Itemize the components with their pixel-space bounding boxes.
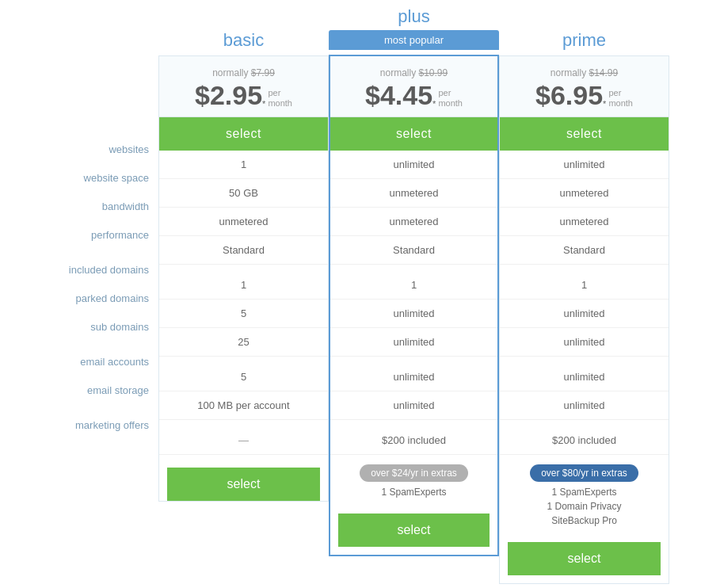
plus-select-bottom-button[interactable]: select <box>338 514 490 547</box>
prime-original-price: $14.99 <box>589 67 619 78</box>
prime-extras-item-0: 1 SpamExperts <box>508 485 661 499</box>
plus-performance: Standard <box>330 236 497 265</box>
prime-pricing-section: normally $14.99 $6.95* permonth <box>500 56 669 117</box>
basic-included-domains: 1 <box>159 271 328 300</box>
basic-asterisk: * <box>262 99 265 109</box>
basic-per-month: permonth <box>268 88 292 109</box>
plus-plan-column: plus most popular normally $10.99 $4.45*… <box>329 0 499 556</box>
plus-extras-section: over $24/yr in extras 1 SpamExperts <box>330 455 497 506</box>
basic-features: 1 50 GB unmetered Standard 1 5 25 5 100 … <box>159 151 328 455</box>
basic-email-accounts: 5 <box>159 363 328 391</box>
plus-title-area: plus most popular <box>329 0 499 55</box>
plus-plan-card: normally $10.99 $4.45* permonth select u… <box>329 55 499 556</box>
basic-plan-card: normally $7.99 $2.95* permonth select 1 … <box>158 55 329 502</box>
label-marketing-offers: marketing offers <box>32 410 158 439</box>
plus-bandwidth: unmetered <box>330 208 497 236</box>
prime-per-month: permonth <box>608 88 633 109</box>
plus-parked-domains: unlimited <box>330 300 497 328</box>
basic-pricing-section: normally $7.99 $2.95* permonth <box>159 56 328 117</box>
plus-email-accounts: unlimited <box>330 363 497 391</box>
basic-title-area: basic <box>158 24 329 55</box>
prime-select-top-button[interactable]: select <box>500 117 669 151</box>
prime-normally: normally $14.99 <box>508 67 661 78</box>
basic-plan-column: basic normally $7.99 $2.95* permonth sel… <box>158 24 329 502</box>
plus-extras-item-0: 1 SpamExperts <box>338 485 490 499</box>
plus-email-storage: unlimited <box>330 391 497 420</box>
label-sub-domains: sub domains <box>32 312 158 341</box>
basic-sub-domains: 25 <box>159 328 328 357</box>
prime-included-domains: 1 <box>500 271 669 300</box>
prime-plan-column: prime normally $14.99 $6.95* permonth se… <box>499 24 669 584</box>
plus-select-top-button[interactable]: select <box>330 117 497 151</box>
prime-price-row: $6.95* permonth <box>508 82 661 109</box>
label-email-accounts: email accounts <box>32 347 158 376</box>
plus-sub-domains: unlimited <box>330 328 497 357</box>
plus-price: $4.45 <box>365 82 432 109</box>
label-performance: performance <box>32 220 158 249</box>
plus-price-row: $4.45* permonth <box>338 82 490 109</box>
prime-extras-item-1: 1 Domain Privacy <box>508 499 661 514</box>
plus-marketing-offers: $200 included <box>330 426 497 455</box>
basic-websites: 1 <box>159 151 328 179</box>
prime-features: unlimited unmetered unmetered Standard 1… <box>500 151 669 455</box>
prime-sub-domains: unlimited <box>500 328 669 357</box>
prime-asterisk: * <box>603 99 606 109</box>
plus-asterisk: * <box>432 99 436 109</box>
basic-price: $2.95 <box>195 82 262 109</box>
label-website-space: website space <box>32 163 158 192</box>
basic-bandwidth: unmetered <box>159 208 328 236</box>
prime-parked-domains: unlimited <box>500 300 669 328</box>
plus-included-domains: 1 <box>330 271 497 300</box>
prime-title-area: prime <box>499 24 669 55</box>
basic-plan-title: basic <box>158 30 329 51</box>
plus-normally: normally $10.99 <box>338 67 490 78</box>
label-included-domains: included domains <box>32 255 158 284</box>
plus-extras-badge: over $24/yr in extras <box>360 464 468 482</box>
prime-performance: Standard <box>500 236 669 265</box>
plus-websites: unlimited <box>330 151 497 179</box>
pricing-container: websites website space bandwidth perform… <box>16 16 685 588</box>
prime-price: $6.95 <box>535 82 603 109</box>
plus-features: unlimited unmetered unmetered Standard 1… <box>330 151 497 455</box>
prime-plan-card: normally $14.99 $6.95* permonth select u… <box>499 55 669 584</box>
plus-pricing-section: normally $10.99 $4.45* permonth <box>330 56 497 117</box>
prime-bandwidth: unmetered <box>500 208 669 236</box>
prime-extras-section: over $80/yr in extras 1 SpamExperts 1 Do… <box>500 455 669 534</box>
prime-plan-title: prime <box>499 30 669 51</box>
prime-websites: unlimited <box>500 151 669 179</box>
prime-email-accounts: unlimited <box>500 363 669 391</box>
prime-extras-item-2: SiteBackup Pro <box>508 514 661 528</box>
plus-per-month: permonth <box>438 88 463 109</box>
prime-marketing-offers: $200 included <box>500 426 669 455</box>
basic-normally: normally $7.99 <box>167 67 320 78</box>
plus-original-price: $10.99 <box>419 67 448 78</box>
label-websites: websites <box>32 135 158 163</box>
features-column: websites website space bandwidth perform… <box>32 24 158 439</box>
label-email-storage: email storage <box>32 376 158 404</box>
most-popular-badge: most popular <box>329 30 499 50</box>
plus-plan-title: plus <box>329 6 499 27</box>
basic-performance: Standard <box>159 236 328 265</box>
basic-select-bottom-button[interactable]: select <box>167 468 320 501</box>
basic-original-price: $7.99 <box>251 67 275 78</box>
basic-email-storage: 100 MB per account <box>159 391 328 420</box>
plus-website-space: unmetered <box>330 179 497 208</box>
basic-marketing-offers: — <box>159 426 328 455</box>
label-parked-domains: parked domains <box>32 284 158 312</box>
basic-website-space: 50 GB <box>159 179 328 208</box>
basic-price-row: $2.95* permonth <box>167 82 320 109</box>
basic-select-top-button[interactable]: select <box>159 117 328 151</box>
prime-website-space: unmetered <box>500 179 669 208</box>
label-bandwidth: bandwidth <box>32 192 158 220</box>
prime-email-storage: unlimited <box>500 391 669 420</box>
prime-extras-badge: over $80/yr in extras <box>530 464 638 482</box>
basic-parked-domains: 5 <box>159 300 328 328</box>
prime-select-bottom-button[interactable]: select <box>508 542 661 575</box>
